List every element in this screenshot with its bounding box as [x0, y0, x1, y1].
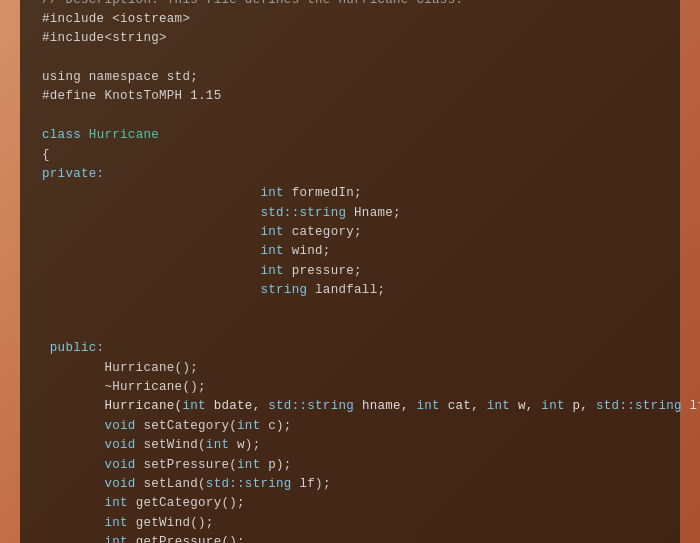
line-landfall: string landfall;: [42, 281, 658, 300]
line-setCategory: void setCategory(int c);: [42, 417, 658, 436]
line-wind: int wind;: [42, 242, 658, 261]
line-formedIn: int formedIn;: [42, 184, 658, 203]
line-setWind: void setWind(int w);: [42, 436, 658, 455]
empty-2: [42, 107, 658, 126]
code-editor: #pragma once // File: Hurricane.h // Pro…: [20, 0, 680, 543]
line-pressure: int pressure;: [42, 262, 658, 281]
empty-4: [42, 320, 658, 339]
line-ctor: Hurricane();: [42, 359, 658, 378]
line-define: #define KnotsToMPH 1.15: [42, 87, 658, 106]
empty-1: [42, 49, 658, 68]
line-getCategory: int getCategory();: [42, 494, 658, 513]
line-description: // Description: This file defines the Hu…: [42, 0, 658, 10]
line-ctor-params: Hurricane(int bdate, std::string hname, …: [42, 397, 658, 416]
line-getWind: int getWind();: [42, 514, 658, 533]
line-getPressure: int getPressure();: [42, 533, 658, 543]
line-include-string: #include<string>: [42, 29, 658, 48]
line-class-decl: class Hurricane: [42, 126, 658, 145]
line-hname: std::string Hname;: [42, 204, 658, 223]
line-setLand: void setLand(std::string lf);: [42, 475, 658, 494]
line-brace-open: {: [42, 146, 658, 165]
line-private: private:: [42, 165, 658, 184]
line-public: public:: [42, 339, 658, 358]
line-using: using namespace std;: [42, 68, 658, 87]
line-include-iostream: #include <iostream>: [42, 10, 658, 29]
line-dtor: ~Hurricane();: [42, 378, 658, 397]
line-category: int category;: [42, 223, 658, 242]
empty-3: [42, 301, 658, 320]
line-setPressure: void setPressure(int p);: [42, 456, 658, 475]
